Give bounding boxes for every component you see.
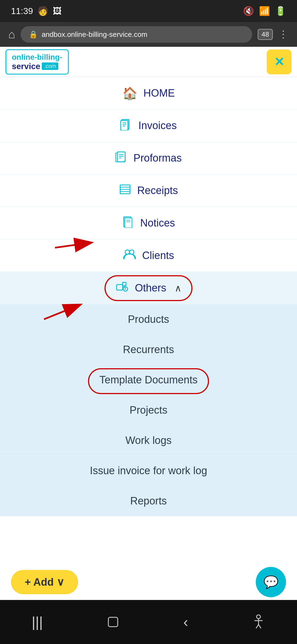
nav-label-projects: Projects [130,404,167,416]
signal-icon: 📶 [259,6,270,16]
nav-subitem-projects[interactable]: Projects [0,395,297,425]
nav-item-others[interactable]: Others ∧ [0,272,297,304]
nav-label-others: Others [135,282,166,294]
others-icon [116,281,129,296]
status-bar: 11:39 🧑 🖼 🔇 📶 🔋 [0,0,297,22]
nav-subitem-template-documents[interactable]: Template Documents [0,365,297,395]
svg-rect-1 [121,121,128,130]
logo-top-text: online-billing- [12,53,62,62]
proformas-icon [115,151,127,166]
browser-bar: ⌂ 🔒 andbox.online-billing-service.com 48… [0,22,297,47]
address-bar[interactable]: 🔒 andbox.online-billing-service.com [21,26,252,43]
nav-subitem-issue-invoice[interactable]: Issue invoice for work log [0,456,297,486]
nav-recents-btn[interactable]: ||| [32,614,43,630]
svg-line-30 [258,624,261,628]
nav-label-notices: Notices [140,217,175,229]
receipts-icon [119,183,131,198]
nav-label-products: Products [128,313,169,325]
nav-item-clients[interactable]: Clients [0,239,297,272]
nav-item-home[interactable]: 🏠 HOME [0,77,297,110]
nav-item-notices[interactable]: Notices [0,207,297,239]
nav-label-proformas: Proformas [133,152,182,164]
nav-back-btn[interactable]: ‹ [183,614,188,630]
nav-label-work-logs: Work logs [125,435,172,446]
tab-count[interactable]: 48 [258,29,273,40]
person-icon: 🧑 [37,6,48,16]
add-button-label: + Add ∨ [25,576,64,588]
notices-icon [122,216,134,231]
nav-label-issue-invoice: Issue invoice for work log [90,465,207,477]
nav-menu: 🏠 HOME Invoices Proformas [0,77,297,516]
close-button[interactable]: ✕ [267,50,292,74]
clients-icon [123,248,136,263]
time: 11:39 [11,6,33,16]
nav-label-clients: Clients [142,250,174,261]
battery-icon: 🔋 [275,6,286,16]
image-icon: 🖼 [53,6,62,16]
nav-label-receipts: Receipts [137,185,178,197]
svg-line-29 [256,624,258,628]
svg-rect-25 [108,617,118,627]
svg-point-26 [257,615,260,619]
home-icon: 🏠 [122,86,138,100]
nav-subitem-work-logs[interactable]: Work logs [0,425,297,456]
add-button[interactable]: + Add ∨ [11,570,78,594]
nav-item-proformas[interactable]: Proformas [0,142,297,174]
svg-rect-5 [117,152,125,162]
nav-subitem-products[interactable]: Products [0,304,297,335]
invoices-icon [120,118,132,133]
nav-item-invoices[interactable]: Invoices [0,110,297,142]
nav-label-home: HOME [144,87,175,99]
url-text: andbox.online-billing-service.com [42,30,147,39]
nav-label-invoices: Invoices [138,120,177,132]
nav-subitem-recurrents[interactable]: Recurrents [0,335,297,365]
chat-icon: 💬 [263,575,279,589]
logo-service-text: service [12,62,40,71]
nav-label-recurrents: Recurrents [123,344,174,356]
logo: online-billing- service .com [6,49,69,75]
bottom-action-bar: + Add ∨ 💬 [0,567,297,597]
site-header: online-billing- service .com ✕ [0,47,297,77]
nav-home-btn[interactable] [106,615,120,629]
nav-subitem-reports[interactable]: Reports [0,486,297,516]
others-chevron: ∧ [175,283,182,294]
svg-rect-19 [117,285,123,290]
nav-accessibility-btn[interactable] [252,615,265,629]
status-bar-left: 11:39 🧑 🖼 [11,6,62,16]
nav-label-template-documents: Template Documents [100,374,198,386]
logo-bottom: service .com [12,62,58,71]
bottom-nav: ||| ‹ [0,600,297,644]
lock-icon: 🔒 [29,30,38,39]
more-options-btn[interactable]: ⋮ [278,29,289,40]
logo-com: .com [42,62,58,70]
chat-button[interactable]: 💬 [256,567,286,597]
nav-item-receipts[interactable]: Receipts [0,174,297,207]
mute-icon: 🔇 [243,6,254,16]
status-bar-right: 🔇 📶 🔋 [243,6,286,16]
nav-label-reports: Reports [130,495,167,507]
svg-rect-14 [125,218,132,228]
browser-home-btn[interactable]: ⌂ [8,28,15,41]
